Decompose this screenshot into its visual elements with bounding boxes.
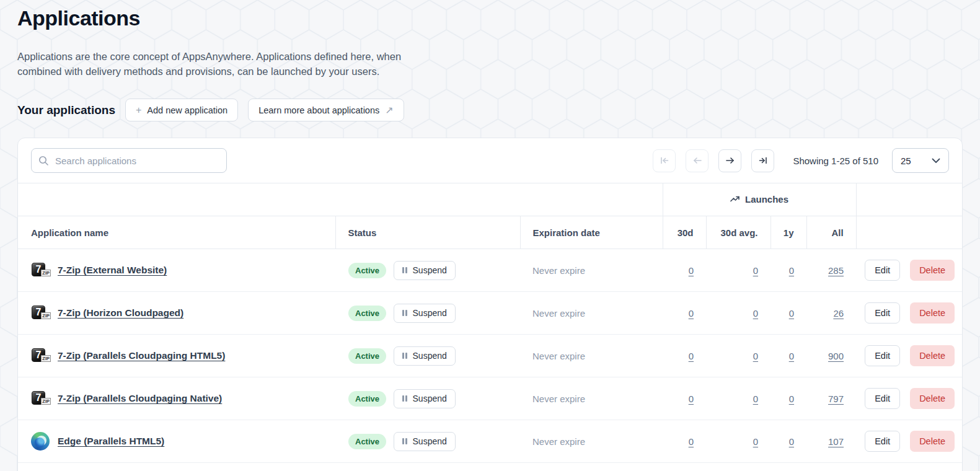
suspend-button[interactable]: Suspend [394,432,456,451]
learn-more-button[interactable]: Learn more about applications ↗ [248,99,404,121]
launches-30d-avg-link[interactable]: 0 [753,351,758,361]
column-actions [856,216,963,249]
launches-group-header: Launches [730,194,788,205]
applications-page: Applications Applications are the core c… [0,0,980,471]
launches-30d-link[interactable]: 0 [689,308,694,319]
application-name-link[interactable]: 7-Zip (External Website) [58,265,167,276]
launches-all-link[interactable]: 26 [833,308,844,319]
page-description: Applications are the core concept of App… [17,49,420,79]
next-page-icon [725,156,735,165]
launches-all-link[interactable]: 107 [828,436,844,447]
7zip-icon: 7 ZIP [31,261,50,280]
status-badge: Active [348,391,386,407]
launches-1y-link[interactable]: 0 [789,351,794,361]
launches-1y-link[interactable]: 0 [789,436,794,447]
table-row: 7 ZIP 7-Zip (External Website) Active Su… [18,249,963,292]
launches-1y-link[interactable]: 0 [789,394,794,404]
launches-30d-link[interactable]: 0 [689,351,694,361]
status-badge: Active [348,306,386,321]
7zip-icon: 7 ZIP [31,346,50,365]
edit-button[interactable]: Edit [865,345,900,366]
pause-icon [402,395,407,402]
expiration-date: Never expire [520,292,663,335]
launches-trend-icon [730,195,740,203]
expiration-date: Never expire [520,335,663,377]
expiration-date: Never expire [520,377,663,420]
edit-button[interactable]: Edit [865,302,900,324]
previous-page-icon [692,156,702,165]
application-name-link[interactable]: 7-Zip (Horizon Cloudpaged) [58,307,183,319]
launches-30d-link[interactable]: 0 [689,436,694,447]
delete-button[interactable]: Delete [910,388,955,409]
column-30d: 30d [663,216,706,249]
pause-icon [402,353,407,359]
status-badge: Active [348,434,386,449]
launches-1y-link[interactable]: 0 [789,265,794,276]
edit-button[interactable]: Edit [865,431,900,452]
column-application-name: Application name [18,216,335,249]
application-name-link[interactable]: Edge (Parallels HTML5) [58,436,164,447]
delete-button[interactable]: Delete [910,345,955,366]
external-link-icon: ↗ [385,104,393,116]
pause-icon [402,310,407,316]
delete-button[interactable]: Delete [910,260,955,281]
launches-30d-avg-link[interactable]: 0 [753,394,758,404]
status-badge: Active [348,348,386,364]
table-toolbar: Showing 1-25 of 510 25 [18,138,962,183]
search-icon [38,156,49,166]
launches-30d-link[interactable]: 0 [689,394,694,404]
launches-all-link[interactable]: 797 [828,394,844,404]
table-row: 7 ZIP 7-Zip (Parallels Cloudpaging HTML5… [18,335,963,377]
first-page-icon [660,156,669,165]
status-badge: Active [348,263,386,278]
column-status: Status [335,216,520,249]
column-1y: 1y [770,216,806,249]
pause-icon [402,438,407,444]
chevron-down-icon [932,158,940,164]
table-row-partial [18,463,963,471]
search-input[interactable] [31,148,227,173]
learn-more-label: Learn more about applications [258,105,379,115]
add-new-application-button[interactable]: + Add new application [125,99,238,121]
7zip-icon: 7 ZIP [31,389,50,408]
launches-all-link[interactable]: 900 [828,351,844,361]
launches-30d-avg-link[interactable]: 0 [753,308,758,319]
7zip-icon: 7 ZIP [31,304,50,322]
column-expiration-date: Expiration date [520,216,663,249]
column-all: All [806,216,856,249]
last-page-button[interactable] [751,149,774,172]
application-name-link[interactable]: 7-Zip (Parallels Cloudpaging HTML5) [58,350,225,361]
applications-table: Launches Application name Status Expirat… [18,183,963,471]
pagination-status: Showing 1-25 of 510 [793,156,878,166]
add-new-application-label: Add new application [147,105,227,115]
table-row: 7 ZIP 7-Zip (Parallels Cloudpaging Nativ… [18,377,963,420]
delete-button[interactable]: Delete [910,431,955,452]
launches-group-header-row: Launches [18,183,963,216]
edge-icon [31,432,50,451]
application-name-link[interactable]: 7-Zip (Parallels Cloudpaging Native) [58,393,222,404]
table-row: 7 ZIP 7-Zip (Horizon Cloudpaged) Active … [18,292,963,335]
launches-30d-avg-link[interactable]: 0 [753,436,758,447]
launches-1y-link[interactable]: 0 [789,308,794,319]
first-page-button[interactable] [653,149,676,172]
launches-30d-avg-link[interactable]: 0 [753,265,758,276]
next-page-button[interactable] [718,149,741,172]
previous-page-button[interactable] [686,149,709,172]
page-size-value: 25 [901,156,911,166]
suspend-button[interactable]: Suspend [394,261,456,280]
plus-icon: + [136,105,141,116]
expiration-date: Never expire [520,249,663,292]
page-size-select[interactable]: 25 [892,148,949,173]
section-toolbar: Your applications + Add new application … [17,99,963,121]
column-30d-avg: 30d avg. [706,216,770,249]
suspend-button[interactable]: Suspend [394,304,456,323]
edit-button[interactable]: Edit [865,260,900,281]
edit-button[interactable]: Edit [865,388,900,409]
suspend-button[interactable]: Suspend [394,346,456,366]
suspend-button[interactable]: Suspend [394,389,456,408]
launches-30d-link[interactable]: 0 [689,265,694,276]
last-page-icon [758,156,768,165]
search-wrap [31,148,227,173]
delete-button[interactable]: Delete [910,302,955,324]
launches-all-link[interactable]: 285 [828,265,844,276]
